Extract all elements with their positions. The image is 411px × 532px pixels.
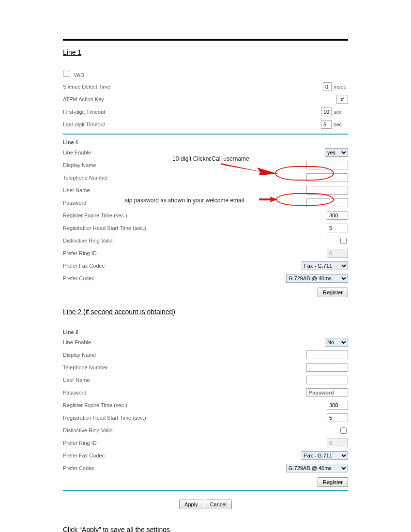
line2-heading: Line 2 (if second account is obtained) [63,308,348,316]
line1-subheading: Line 1 [63,137,348,146]
reg-headstart-label: Registration Head Start Time (sec.) [63,415,174,421]
prefer-codec-label: Prefer Codec [63,275,174,281]
reg-headstart-input[interactable] [327,413,348,422]
display-name-input[interactable] [306,350,348,359]
display-name-label: Display Name [63,352,174,358]
line-enable-select[interactable]: yes [325,148,348,157]
atpm-input[interactable] [336,95,348,104]
reg-expire-input[interactable] [327,401,348,410]
prefer-codec-select[interactable]: G.729AB @ 40ms [286,464,348,472]
reg-expire-label: Register Expire Time (sec.) [63,402,174,408]
reg-expire-label: Register Expire Time (sec.) [63,213,174,218]
prefer-codec-select[interactable]: G.729AB @ 40ms [286,274,348,283]
telephone-input[interactable] [306,173,348,182]
cancel-button[interactable]: Cancel [205,500,232,509]
first-digit-unit: sec [334,109,348,115]
last-digit-input[interactable] [321,120,332,129]
display-name-label: Display Name [63,162,174,168]
line-enable-select[interactable]: No [325,338,348,347]
vad-checkbox[interactable] [63,71,69,77]
prefer-ring-input[interactable] [327,249,348,258]
reg-expire-input[interactable] [327,211,348,220]
arrow-icon [221,162,279,176]
username-label: User Name [63,377,174,383]
prefer-fax-label: Prefer Fax Codec [63,453,174,458]
line1-heading: Line 1 [63,48,348,56]
prefer-ring-label: Prefer Ring ID [63,440,174,446]
first-digit-input[interactable] [321,107,332,116]
vad-label: VAD [74,72,84,78]
reg-headstart-label: Registration Head Start Time (sec.) [63,225,174,231]
password-input[interactable] [306,198,348,207]
reg-headstart-input[interactable] [327,224,348,232]
register-button[interactable]: Register [318,477,348,487]
username-input[interactable] [306,186,348,195]
password-label: Password [63,390,174,395]
first-digit-label: First-digit Timeout [63,109,174,115]
password-input[interactable] [306,388,348,397]
username-label: User Name [63,187,174,193]
silence-detect-unit: msec [334,84,348,90]
prefer-codec-label: Prefer Codec [63,465,174,471]
closing-text: Click “Apply” to save all the settings [63,526,348,532]
prefer-ring-input[interactable] [327,439,348,447]
line2-subheading: Line 2 [63,327,348,336]
username-input[interactable] [306,376,348,384]
silence-detect-label: Silence Detect Time [63,84,174,90]
prefer-ring-label: Prefer Ring ID [63,250,174,256]
last-digit-unit: sec [334,122,348,127]
last-digit-label: Last-digit Timeout [63,122,174,127]
prefer-fax-select[interactable]: Fax - G.711 [302,451,348,460]
display-name-input[interactable] [306,161,348,169]
svg-marker-1 [259,197,277,202]
telephone-input[interactable] [306,363,348,372]
register-button[interactable]: Register [318,288,348,297]
arrow-icon [259,197,278,202]
prefer-fax-label: Prefer Fax Codec [63,263,174,269]
svg-marker-0 [221,163,278,175]
prefer-fax-select[interactable]: Fax - G.711 [302,261,348,270]
distinctive-checkbox[interactable] [340,427,347,434]
distinctive-label: Distinctive Ring Valid [63,238,174,243]
silence-detect-input[interactable] [323,82,332,91]
atpm-label: ATPM Action Key [63,96,174,102]
apply-button[interactable]: Apply [179,500,203,509]
line-enable-label: Line Enable [63,150,174,155]
line-enable-label: Line Enable [63,339,174,345]
telephone-label: Telephone Number [63,175,174,181]
annotation-password: sip password as shown in your welcome em… [125,197,244,204]
distinctive-checkbox[interactable] [340,238,347,244]
telephone-label: Telephone Number [63,365,174,370]
distinctive-label: Distinctive Ring Valid [63,427,174,433]
annotation-username: 10-digit ClickncCall username [172,155,249,162]
